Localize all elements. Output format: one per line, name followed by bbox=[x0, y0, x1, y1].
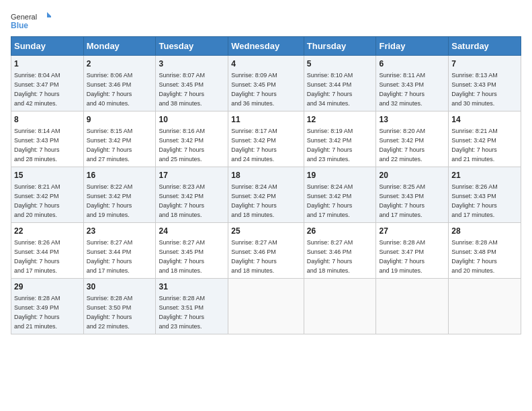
calendar-week-row: 15 Sunrise: 8:21 AMSunset: 3:42 PMDaylig… bbox=[11, 167, 521, 222]
day-number: 24 bbox=[159, 226, 225, 237]
calendar-day-cell: 19 Sunrise: 8:24 AMSunset: 3:42 PMDaylig… bbox=[304, 167, 376, 222]
weekday-header-tuesday: Tuesday bbox=[156, 37, 228, 56]
calendar-day-cell: 25 Sunrise: 8:27 AMSunset: 3:46 PMDaylig… bbox=[228, 222, 304, 278]
day-number: 9 bbox=[87, 114, 153, 126]
day-info: Sunrise: 8:28 AMSunset: 3:51 PMDaylight:… bbox=[159, 295, 205, 330]
day-number: 25 bbox=[231, 226, 301, 237]
day-info: Sunrise: 8:11 AMSunset: 3:43 PMDaylight:… bbox=[379, 72, 425, 107]
calendar-day-cell: 12 Sunrise: 8:19 AMSunset: 3:42 PMDaylig… bbox=[304, 111, 376, 167]
day-number: 16 bbox=[87, 170, 153, 181]
calendar-day-cell: 13 Sunrise: 8:20 AMSunset: 3:42 PMDaylig… bbox=[376, 111, 449, 167]
day-number: 11 bbox=[231, 114, 301, 126]
calendar-week-row: 22 Sunrise: 8:26 AMSunset: 3:44 PMDaylig… bbox=[11, 222, 521, 278]
day-info: Sunrise: 8:27 AMSunset: 3:46 PMDaylight:… bbox=[307, 239, 353, 274]
calendar-week-row: 8 Sunrise: 8:14 AMSunset: 3:43 PMDayligh… bbox=[11, 111, 521, 167]
calendar-week-row: 1 Sunrise: 8:04 AMSunset: 3:47 PMDayligh… bbox=[11, 56, 521, 111]
day-info: Sunrise: 8:28 AMSunset: 3:49 PMDaylight:… bbox=[14, 295, 60, 330]
day-number: 10 bbox=[159, 114, 225, 126]
calendar-day-cell: 30 Sunrise: 8:28 AMSunset: 3:50 PMDaylig… bbox=[83, 278, 156, 334]
day-number: 21 bbox=[451, 170, 518, 181]
day-info: Sunrise: 8:28 AMSunset: 3:47 PMDaylight:… bbox=[379, 239, 425, 274]
day-info: Sunrise: 8:07 AMSunset: 3:45 PMDaylight:… bbox=[159, 72, 205, 107]
day-info: Sunrise: 8:19 AMSunset: 3:42 PMDaylight:… bbox=[307, 128, 353, 163]
day-number: 20 bbox=[379, 170, 445, 181]
calendar-table: SundayMondayTuesdayWednesdayThursdayFrid… bbox=[11, 36, 521, 334]
day-number: 22 bbox=[14, 226, 81, 237]
day-number: 18 bbox=[231, 170, 301, 181]
svg-text:General: General bbox=[11, 13, 37, 21]
weekday-header-saturday: Saturday bbox=[449, 37, 521, 56]
day-number: 28 bbox=[451, 226, 518, 237]
weekday-header-row: SundayMondayTuesdayWednesdayThursdayFrid… bbox=[11, 37, 521, 56]
calendar-day-cell: 29 Sunrise: 8:28 AMSunset: 3:49 PMDaylig… bbox=[11, 278, 84, 334]
day-info: Sunrise: 8:27 AMSunset: 3:46 PMDaylight:… bbox=[231, 239, 277, 274]
calendar-day-cell: 21 Sunrise: 8:26 AMSunset: 3:43 PMDaylig… bbox=[449, 167, 521, 222]
day-number: 6 bbox=[379, 58, 445, 70]
day-info: Sunrise: 8:26 AMSunset: 3:44 PMDaylight:… bbox=[14, 239, 60, 274]
weekday-header-sunday: Sunday bbox=[11, 37, 84, 56]
day-number: 5 bbox=[307, 58, 373, 70]
empty-cell bbox=[304, 278, 376, 334]
calendar-day-cell: 17 Sunrise: 8:23 AMSunset: 3:42 PMDaylig… bbox=[156, 167, 228, 222]
svg-text:Blue: Blue bbox=[11, 21, 28, 30]
calendar-day-cell: 18 Sunrise: 8:24 AMSunset: 3:42 PMDaylig… bbox=[228, 167, 304, 222]
day-info: Sunrise: 8:24 AMSunset: 3:42 PMDaylight:… bbox=[307, 183, 353, 218]
day-info: Sunrise: 8:23 AMSunset: 3:42 PMDaylight:… bbox=[159, 183, 205, 218]
day-number: 23 bbox=[87, 226, 153, 237]
day-info: Sunrise: 8:21 AMSunset: 3:42 PMDaylight:… bbox=[14, 183, 60, 218]
day-number: 29 bbox=[14, 281, 81, 293]
day-number: 14 bbox=[451, 114, 518, 126]
day-number: 12 bbox=[307, 114, 373, 126]
calendar-week-row: 29 Sunrise: 8:28 AMSunset: 3:49 PMDaylig… bbox=[11, 278, 521, 334]
calendar-day-cell: 20 Sunrise: 8:25 AMSunset: 3:43 PMDaylig… bbox=[376, 167, 449, 222]
day-info: Sunrise: 8:14 AMSunset: 3:43 PMDaylight:… bbox=[14, 128, 60, 163]
calendar-day-cell: 14 Sunrise: 8:21 AMSunset: 3:42 PMDaylig… bbox=[449, 111, 521, 167]
day-info: Sunrise: 8:20 AMSunset: 3:42 PMDaylight:… bbox=[379, 128, 425, 163]
empty-cell bbox=[376, 278, 449, 334]
calendar-day-cell: 24 Sunrise: 8:27 AMSunset: 3:45 PMDaylig… bbox=[156, 222, 228, 278]
day-number: 26 bbox=[307, 226, 373, 237]
calendar-day-cell: 2 Sunrise: 8:06 AMSunset: 3:46 PMDayligh… bbox=[83, 56, 156, 111]
calendar-day-cell: 6 Sunrise: 8:11 AMSunset: 3:43 PMDayligh… bbox=[376, 56, 449, 111]
calendar-day-cell: 10 Sunrise: 8:16 AMSunset: 3:42 PMDaylig… bbox=[156, 111, 228, 167]
calendar-day-cell: 11 Sunrise: 8:17 AMSunset: 3:42 PMDaylig… bbox=[228, 111, 304, 167]
day-info: Sunrise: 8:26 AMSunset: 3:43 PMDaylight:… bbox=[451, 183, 498, 218]
svg-marker-2 bbox=[47, 12, 51, 17]
day-info: Sunrise: 8:22 AMSunset: 3:42 PMDaylight:… bbox=[87, 183, 133, 218]
calendar-day-cell: 27 Sunrise: 8:28 AMSunset: 3:47 PMDaylig… bbox=[376, 222, 449, 278]
calendar-day-cell: 4 Sunrise: 8:09 AMSunset: 3:45 PMDayligh… bbox=[228, 56, 304, 111]
day-number: 4 bbox=[231, 58, 301, 70]
day-info: Sunrise: 8:24 AMSunset: 3:42 PMDaylight:… bbox=[231, 183, 277, 218]
calendar-day-cell: 8 Sunrise: 8:14 AMSunset: 3:43 PMDayligh… bbox=[11, 111, 84, 167]
day-number: 8 bbox=[14, 114, 81, 126]
header: General Blue bbox=[11, 11, 521, 31]
day-info: Sunrise: 8:25 AMSunset: 3:43 PMDaylight:… bbox=[379, 183, 425, 218]
day-number: 15 bbox=[14, 170, 81, 181]
day-info: Sunrise: 8:16 AMSunset: 3:42 PMDaylight:… bbox=[159, 128, 205, 163]
calendar-day-cell: 15 Sunrise: 8:21 AMSunset: 3:42 PMDaylig… bbox=[11, 167, 84, 222]
day-info: Sunrise: 8:27 AMSunset: 3:45 PMDaylight:… bbox=[159, 239, 205, 274]
day-info: Sunrise: 8:06 AMSunset: 3:46 PMDaylight:… bbox=[87, 72, 133, 107]
calendar-day-cell: 16 Sunrise: 8:22 AMSunset: 3:42 PMDaylig… bbox=[83, 167, 156, 222]
calendar-day-cell: 26 Sunrise: 8:27 AMSunset: 3:46 PMDaylig… bbox=[304, 222, 376, 278]
calendar-day-cell: 1 Sunrise: 8:04 AMSunset: 3:47 PMDayligh… bbox=[11, 56, 84, 111]
calendar-day-cell: 3 Sunrise: 8:07 AMSunset: 3:45 PMDayligh… bbox=[156, 56, 228, 111]
day-number: 7 bbox=[451, 58, 518, 70]
day-info: Sunrise: 8:09 AMSunset: 3:45 PMDaylight:… bbox=[231, 72, 277, 107]
day-info: Sunrise: 8:27 AMSunset: 3:44 PMDaylight:… bbox=[87, 239, 133, 274]
day-number: 27 bbox=[379, 226, 445, 237]
weekday-header-friday: Friday bbox=[376, 37, 449, 56]
day-number: 30 bbox=[87, 281, 153, 293]
logo: General Blue bbox=[11, 11, 51, 31]
weekday-header-wednesday: Wednesday bbox=[228, 37, 304, 56]
day-number: 31 bbox=[159, 281, 225, 293]
day-number: 3 bbox=[159, 58, 225, 70]
day-info: Sunrise: 8:15 AMSunset: 3:42 PMDaylight:… bbox=[87, 128, 133, 163]
weekday-header-monday: Monday bbox=[83, 37, 156, 56]
day-info: Sunrise: 8:13 AMSunset: 3:43 PMDaylight:… bbox=[451, 72, 498, 107]
day-info: Sunrise: 8:28 AMSunset: 3:50 PMDaylight:… bbox=[87, 295, 133, 330]
weekday-header-thursday: Thursday bbox=[304, 37, 376, 56]
calendar-day-cell: 22 Sunrise: 8:26 AMSunset: 3:44 PMDaylig… bbox=[11, 222, 84, 278]
calendar-day-cell: 9 Sunrise: 8:15 AMSunset: 3:42 PMDayligh… bbox=[83, 111, 156, 167]
calendar-day-cell: 28 Sunrise: 8:28 AMSunset: 3:48 PMDaylig… bbox=[449, 222, 521, 278]
